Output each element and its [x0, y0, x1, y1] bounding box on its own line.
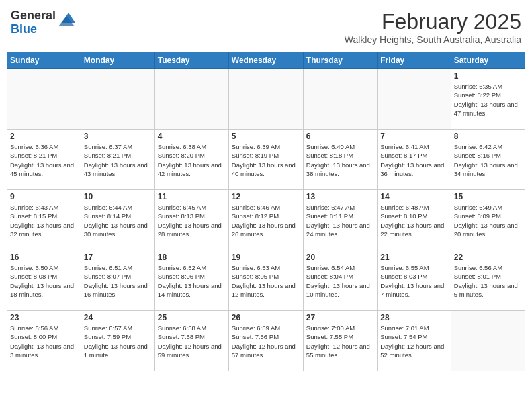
calendar-day-cell: 1Sunrise: 6:35 AM Sunset: 8:22 PM Daylig… [451, 69, 525, 130]
weekday-header: Monday [81, 52, 154, 69]
day-number: 3 [84, 132, 152, 141]
day-info: Sunrise: 6:46 AM Sunset: 8:12 PM Dayligh… [232, 203, 300, 238]
calendar-day-cell: 19Sunrise: 6:53 AM Sunset: 8:05 PM Dayli… [228, 250, 303, 311]
day-number: 18 [158, 253, 226, 262]
weekday-header: Sunday [7, 52, 81, 69]
day-info: Sunrise: 6:43 AM Sunset: 8:15 PM Dayligh… [10, 203, 78, 238]
day-info: Sunrise: 6:50 AM Sunset: 8:08 PM Dayligh… [10, 263, 78, 299]
day-number: 23 [10, 313, 78, 322]
logo-general-text: General [11, 9, 56, 23]
weekday-header: Saturday [451, 52, 525, 69]
calendar-table: SundayMondayTuesdayWednesdayThursdayFrid… [7, 52, 525, 371]
calendar-day-cell: 20Sunrise: 6:54 AM Sunset: 8:04 PM Dayli… [303, 250, 377, 311]
day-info: Sunrise: 6:53 AM Sunset: 8:05 PM Dayligh… [232, 263, 300, 299]
calendar-day-cell [378, 69, 451, 130]
day-info: Sunrise: 6:57 AM Sunset: 7:59 PM Dayligh… [84, 324, 152, 359]
day-number: 8 [454, 132, 522, 141]
day-number: 14 [380, 192, 447, 201]
day-info: Sunrise: 6:54 AM Sunset: 8:04 PM Dayligh… [306, 263, 374, 299]
day-number: 9 [10, 192, 78, 201]
month-title: February 2025 [345, 9, 521, 34]
day-info: Sunrise: 6:58 AM Sunset: 7:58 PM Dayligh… [158, 324, 226, 359]
calendar-day-cell: 28Sunrise: 7:01 AM Sunset: 7:54 PM Dayli… [378, 311, 451, 371]
calendar-day-cell [228, 69, 303, 130]
calendar-day-cell: 25Sunrise: 6:58 AM Sunset: 7:58 PM Dayli… [154, 311, 228, 371]
day-info: Sunrise: 6:51 AM Sunset: 8:07 PM Dayligh… [84, 263, 152, 299]
calendar-day-cell: 14Sunrise: 6:48 AM Sunset: 8:10 PM Dayli… [378, 190, 451, 250]
calendar-day-cell: 10Sunrise: 6:44 AM Sunset: 8:14 PM Dayli… [81, 190, 154, 250]
day-info: Sunrise: 6:52 AM Sunset: 8:06 PM Dayligh… [158, 263, 226, 299]
day-info: Sunrise: 6:55 AM Sunset: 8:03 PM Dayligh… [380, 263, 447, 299]
calendar-day-cell [81, 69, 154, 130]
page-header: General Blue February 2025 Walkley Heigh… [7, 7, 525, 48]
day-number: 1 [454, 71, 522, 81]
calendar-week-row: 9Sunrise: 6:43 AM Sunset: 8:15 PM Daylig… [7, 190, 525, 250]
day-info: Sunrise: 6:47 AM Sunset: 8:11 PM Dayligh… [306, 203, 374, 238]
calendar-day-cell: 23Sunrise: 6:56 AM Sunset: 8:00 PM Dayli… [7, 311, 81, 371]
day-number: 27 [306, 313, 374, 322]
calendar-day-cell: 17Sunrise: 6:51 AM Sunset: 8:07 PM Dayli… [81, 250, 154, 311]
calendar-week-row: 16Sunrise: 6:50 AM Sunset: 8:08 PM Dayli… [7, 250, 525, 311]
calendar-week-row: 1Sunrise: 6:35 AM Sunset: 8:22 PM Daylig… [7, 69, 525, 130]
calendar-day-cell: 13Sunrise: 6:47 AM Sunset: 8:11 PM Dayli… [303, 190, 377, 250]
weekday-header: Tuesday [154, 52, 228, 69]
weekday-header: Wednesday [228, 52, 303, 69]
calendar-day-cell: 27Sunrise: 7:00 AM Sunset: 7:55 PM Dayli… [303, 311, 377, 371]
title-area: February 2025 Walkley Heights, South Aus… [345, 9, 521, 45]
calendar-day-cell: 6Sunrise: 6:40 AM Sunset: 8:18 PM Daylig… [303, 130, 377, 190]
day-info: Sunrise: 6:49 AM Sunset: 8:09 PM Dayligh… [454, 203, 522, 238]
weekday-header: Friday [378, 52, 451, 69]
day-info: Sunrise: 6:45 AM Sunset: 8:13 PM Dayligh… [158, 203, 226, 238]
day-number: 25 [158, 313, 226, 322]
calendar-day-cell: 3Sunrise: 6:37 AM Sunset: 8:21 PM Daylig… [81, 130, 154, 190]
day-info: Sunrise: 6:35 AM Sunset: 8:22 PM Dayligh… [454, 82, 522, 118]
day-number: 19 [232, 253, 300, 262]
day-info: Sunrise: 6:56 AM Sunset: 8:00 PM Dayligh… [10, 324, 78, 359]
day-number: 2 [10, 132, 78, 141]
day-number: 15 [454, 192, 522, 201]
day-number: 28 [380, 313, 447, 322]
day-info: Sunrise: 6:41 AM Sunset: 8:17 PM Dayligh… [380, 142, 447, 178]
weekday-header: Thursday [303, 52, 377, 69]
day-info: Sunrise: 6:56 AM Sunset: 8:01 PM Dayligh… [454, 263, 522, 299]
day-info: Sunrise: 6:36 AM Sunset: 8:21 PM Dayligh… [10, 142, 78, 178]
day-number: 17 [84, 253, 152, 262]
calendar-day-cell: 22Sunrise: 6:56 AM Sunset: 8:01 PM Dayli… [451, 250, 525, 311]
day-info: Sunrise: 6:39 AM Sunset: 8:19 PM Dayligh… [232, 142, 300, 178]
day-info: Sunrise: 7:00 AM Sunset: 7:55 PM Dayligh… [306, 324, 374, 359]
day-info: Sunrise: 6:40 AM Sunset: 8:18 PM Dayligh… [306, 142, 374, 178]
day-info: Sunrise: 6:44 AM Sunset: 8:14 PM Dayligh… [84, 203, 152, 238]
calendar-day-cell [7, 69, 81, 130]
day-number: 22 [454, 253, 522, 262]
calendar-day-cell: 2Sunrise: 6:36 AM Sunset: 8:21 PM Daylig… [7, 130, 81, 190]
logo-icon [58, 9, 79, 30]
day-number: 6 [306, 132, 374, 141]
calendar-day-cell [451, 311, 525, 371]
day-number: 10 [84, 192, 152, 201]
day-number: 21 [380, 253, 447, 262]
day-number: 13 [306, 192, 374, 201]
day-info: Sunrise: 6:59 AM Sunset: 7:56 PM Dayligh… [232, 324, 300, 359]
day-number: 26 [232, 313, 300, 322]
day-number: 20 [306, 253, 374, 262]
calendar-day-cell: 15Sunrise: 6:49 AM Sunset: 8:09 PM Dayli… [451, 190, 525, 250]
calendar-day-cell: 18Sunrise: 6:52 AM Sunset: 8:06 PM Dayli… [154, 250, 228, 311]
calendar-day-cell: 8Sunrise: 6:42 AM Sunset: 8:16 PM Daylig… [451, 130, 525, 190]
calendar-day-cell: 4Sunrise: 6:38 AM Sunset: 8:20 PM Daylig… [154, 130, 228, 190]
day-number: 16 [10, 253, 78, 262]
calendar-day-cell: 5Sunrise: 6:39 AM Sunset: 8:19 PM Daylig… [228, 130, 303, 190]
calendar-day-cell: 11Sunrise: 6:45 AM Sunset: 8:13 PM Dayli… [154, 190, 228, 250]
location-subtitle: Walkley Heights, South Australia, Austra… [345, 34, 521, 45]
calendar-week-row: 23Sunrise: 6:56 AM Sunset: 8:00 PM Dayli… [7, 311, 525, 371]
day-info: Sunrise: 6:42 AM Sunset: 8:16 PM Dayligh… [454, 142, 522, 178]
weekday-header-row: SundayMondayTuesdayWednesdayThursdayFrid… [7, 52, 525, 69]
calendar-day-cell: 12Sunrise: 6:46 AM Sunset: 8:12 PM Dayli… [228, 190, 303, 250]
calendar-day-cell: 7Sunrise: 6:41 AM Sunset: 8:17 PM Daylig… [378, 130, 451, 190]
calendar-day-cell [154, 69, 228, 130]
day-number: 4 [158, 132, 226, 141]
calendar-day-cell: 26Sunrise: 6:59 AM Sunset: 7:56 PM Dayli… [228, 311, 303, 371]
day-info: Sunrise: 7:01 AM Sunset: 7:54 PM Dayligh… [380, 324, 447, 359]
day-number: 12 [232, 192, 300, 201]
day-number: 11 [158, 192, 226, 201]
day-info: Sunrise: 6:37 AM Sunset: 8:21 PM Dayligh… [84, 142, 152, 178]
